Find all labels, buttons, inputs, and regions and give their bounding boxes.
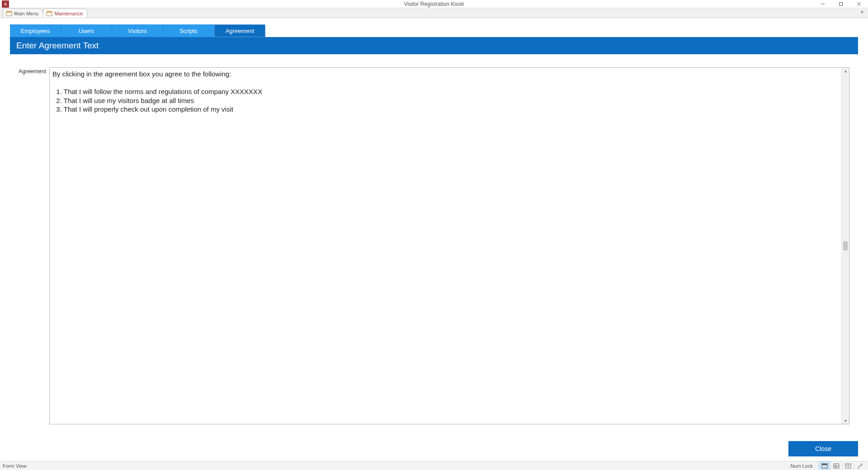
scroll-down-icon[interactable]: ▾: [844, 418, 847, 424]
title-bar: A Visitor Registration Kiosk: [0, 0, 868, 8]
svg-rect-1: [840, 2, 843, 5]
nav-tabs: Employees Users Visitors Scripts Agreeme…: [10, 24, 858, 37]
nav-tab-agreement[interactable]: Agreement: [214, 24, 265, 37]
agreement-label: Agreement: [19, 67, 49, 75]
scrollbar[interactable]: ▴ ▾: [841, 68, 849, 424]
status-bar: Form View Num Lock: [0, 461, 868, 470]
view-layout-button[interactable]: [842, 461, 854, 470]
agreement-field-wrap: By clicking in the agreement box you agr…: [49, 67, 849, 424]
nav-tab-scripts[interactable]: Scripts: [163, 24, 214, 37]
minimize-button[interactable]: [814, 0, 832, 8]
doc-tab-maintenance[interactable]: Maintenance: [43, 9, 88, 18]
view-design-button[interactable]: [854, 461, 865, 470]
window-title: Visitor Registration Kiosk: [404, 1, 464, 7]
form-icon: [46, 11, 52, 16]
nav-tab-visitors[interactable]: Visitors: [112, 24, 163, 37]
form-area: Employees Users Visitors Scripts Agreeme…: [0, 18, 868, 461]
nav-tab-employees[interactable]: Employees: [10, 24, 61, 37]
status-numlock: Num Lock: [790, 463, 813, 469]
svg-rect-9: [822, 464, 827, 465]
view-form-button[interactable]: [818, 461, 830, 470]
content-body: Agreement By clicking in the agreement b…: [10, 61, 858, 434]
svg-rect-5: [6, 11, 12, 13]
close-tab-button[interactable]: ×: [859, 9, 865, 15]
nav-tab-users[interactable]: Users: [61, 24, 112, 37]
window-close-button[interactable]: [850, 0, 868, 8]
doc-tab-label: Main Menu: [14, 11, 38, 16]
svg-rect-10: [834, 464, 839, 468]
access-app-icon: A: [2, 0, 9, 8]
document-tabs: Main Menu Maintenance ×: [0, 8, 868, 18]
doc-tab-label: Maintenance: [54, 11, 83, 16]
view-datasheet-button[interactable]: [830, 461, 842, 470]
close-button[interactable]: Close: [788, 441, 858, 456]
form-icon: [6, 11, 12, 16]
doc-tab-main-menu[interactable]: Main Menu: [3, 9, 43, 18]
scroll-up-icon[interactable]: ▴: [844, 68, 847, 74]
agreement-textarea[interactable]: By clicking in the agreement box you agr…: [50, 68, 841, 424]
scroll-thumb[interactable]: [843, 241, 848, 250]
svg-rect-7: [47, 11, 52, 13]
status-left: Form View: [3, 463, 26, 469]
maximize-button[interactable]: [832, 0, 850, 8]
page-header: Enter Agreement Text: [10, 37, 858, 54]
window-controls: [814, 0, 868, 8]
